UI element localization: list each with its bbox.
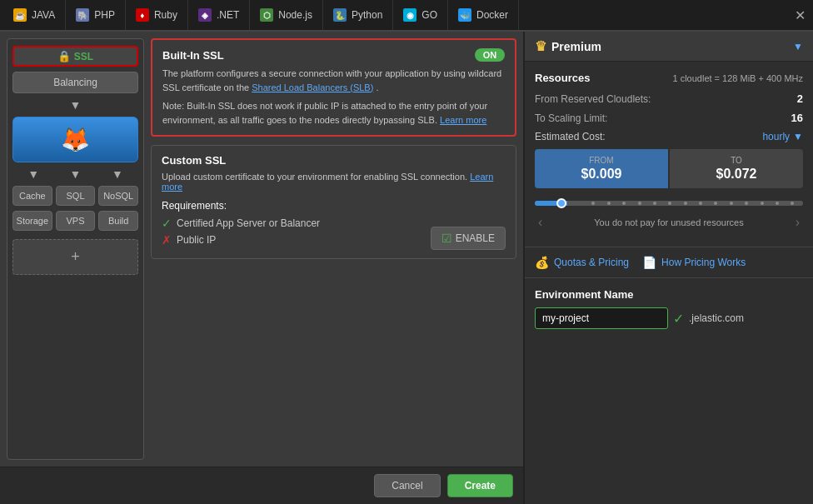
three-arrows: ▼ ▼ ▼ (12, 167, 138, 181)
price-from-label: FROM (543, 156, 660, 165)
scaling-value: 16 (791, 112, 803, 124)
node-row-1: Cache SQL NoSQL (12, 186, 138, 206)
how-pricing-link[interactable]: 📄 How Pricing Works (642, 256, 746, 269)
resources-header: Resources 1 cloudlet = 128 MiB + 400 MHz (535, 72, 803, 84)
tab-net[interactable]: ◈ .NET (188, 0, 250, 30)
down-arrow-icon: ▼ (70, 98, 82, 112)
slb-link[interactable]: Shared Load Balancers (SLB) (252, 82, 373, 92)
ssl-toggle-label: ON (483, 50, 497, 60)
sql-label: SQL (67, 191, 85, 201)
from-label: From (535, 93, 558, 105)
req-1-label: Certified App Server or Balancer (177, 217, 320, 229)
tab-php[interactable]: 🐘 PHP (66, 0, 126, 30)
ssl-badge[interactable]: 🔒 SSL (12, 46, 138, 67)
tab-python-label: Python (352, 9, 382, 21)
ssl-label: SSL (74, 51, 93, 62)
custom-ssl-section: Custom SSL Upload custom certificate to … (151, 145, 516, 259)
req-check-icon: ✓ (162, 217, 172, 230)
slider-handle[interactable] (556, 198, 566, 208)
cancel-button[interactable]: Cancel (374, 474, 440, 497)
price-to-label: TO (678, 156, 795, 165)
java-icon: ☕ (13, 8, 27, 22)
premium-title: ♛ Premium (535, 38, 601, 54)
req-2-label: Public IP (177, 234, 216, 246)
nosql-button[interactable]: NoSQL (98, 186, 138, 206)
price-from-box: FROM $0.009 (535, 149, 668, 188)
tab-go-label: GO (421, 9, 437, 21)
premium-dropdown[interactable]: ▼ (793, 41, 803, 52)
resources-title: Resources (535, 72, 590, 84)
net-icon: ◈ (198, 8, 212, 22)
reserved-label: From Reserved Cloudlets: (535, 93, 651, 105)
quotas-pricing-label: Quotas & Pricing (554, 257, 629, 268)
tab-go[interactable]: ◉ GO (393, 0, 448, 30)
scaling-limit-row: To Scaling Limit: 16 (535, 112, 803, 124)
quotas-row: 💰 Quotas & Pricing 📄 How Pricing Works (525, 247, 813, 278)
builtin-ssl-header: Built-In SSL ON (162, 48, 505, 62)
node-main-button[interactable]: 🦊 (12, 117, 138, 162)
enable-check-icon: ☑ (441, 232, 452, 245)
slider-dots (583, 202, 803, 205)
estimated-cost-row: Estimated Cost: hourly ▼ (535, 131, 803, 142)
enable-button[interactable]: ☑ ENABLE (431, 227, 506, 250)
learn-more-link[interactable]: Learn more (440, 115, 486, 125)
node-row-2: Storage VPS Build (12, 211, 138, 231)
tab-node[interactable]: ⬡ Node.js (250, 0, 323, 30)
slider-prev-icon[interactable]: ‹ (535, 215, 546, 230)
quotas-pricing-link[interactable]: 💰 Quotas & Pricing (535, 256, 629, 269)
bottom-bar: Cancel Create (0, 467, 523, 504)
cache-button[interactable]: Cache (12, 186, 52, 206)
slider-dot (607, 202, 611, 205)
slider-dot (591, 202, 595, 205)
reserved-cloudlets-label: Reserved Cloudlets: (561, 93, 651, 105)
cloudlet-info: 1 cloudlet = 128 MiB + 400 MHz (672, 73, 803, 83)
price-to-value: $0.072 (678, 167, 795, 182)
tab-docker-label: Docker (476, 9, 508, 21)
ssl-panel: Built-In SSL ON The platform configures … (151, 38, 516, 460)
build-button[interactable]: Build (98, 211, 138, 231)
nosql-label: NoSQL (103, 191, 133, 201)
cloudlet-slider[interactable] (535, 195, 803, 212)
builtin-ssl-title: Built-In SSL (162, 49, 224, 62)
tab-node-label: Node.js (278, 9, 312, 21)
slider-dot (791, 202, 794, 205)
premium-header: ♛ Premium ▼ (525, 32, 813, 62)
doc-icon: 📄 (642, 256, 656, 269)
tab-python[interactable]: 🐍 Python (323, 0, 393, 30)
slider-dot (745, 202, 748, 205)
slider-dot (622, 202, 626, 205)
slider-next-icon[interactable]: › (792, 215, 803, 230)
builtin-ssl-note: Note: Built-In SSL does not work if publ… (162, 99, 505, 127)
build-label: Build (108, 216, 128, 226)
php-icon: 🐘 (76, 8, 89, 22)
reserved-cloudlets-row: From Reserved Cloudlets: 2 (535, 92, 803, 105)
storage-button[interactable]: Storage (12, 211, 52, 231)
arrow-right-icon: ▼ (112, 167, 123, 181)
tab-ruby-label: Ruby (154, 9, 177, 21)
sql-button[interactable]: SQL (56, 186, 96, 206)
ssl-toggle[interactable]: ON (475, 48, 505, 62)
price-from-value: $0.009 (543, 167, 660, 182)
enable-label: ENABLE (456, 232, 495, 244)
ruby-icon: ♦ (136, 8, 149, 22)
hourly-dropdown-icon: ▼ (793, 131, 803, 142)
create-button[interactable]: Create (447, 474, 513, 497)
add-node-button[interactable]: + (12, 239, 138, 275)
tab-java[interactable]: ☕ JAVA (3, 0, 66, 30)
vps-button[interactable]: VPS (56, 211, 96, 231)
req-x-icon: ✗ (162, 233, 172, 247)
premium-icon: ♛ (535, 38, 546, 54)
balancing-button[interactable]: Balancing (12, 72, 138, 93)
close-button[interactable]: ✕ (791, 7, 808, 23)
environment-name-input[interactable] (535, 307, 668, 329)
node-icon: ⬡ (260, 8, 273, 22)
reserved-value: 2 (797, 92, 803, 105)
tab-net-label: .NET (217, 9, 239, 21)
custom-ssl-title: Custom SSL (162, 154, 506, 167)
note-text: Note: Built-In SSL does not work if publ… (162, 101, 487, 125)
tab-docker[interactable]: 🐳 Docker (448, 0, 519, 30)
arrow-center-icon: ▼ (70, 167, 82, 181)
hourly-select[interactable]: hourly ▼ (762, 131, 803, 142)
create-label: Create (465, 480, 496, 492)
tab-ruby[interactable]: ♦ Ruby (126, 0, 188, 30)
